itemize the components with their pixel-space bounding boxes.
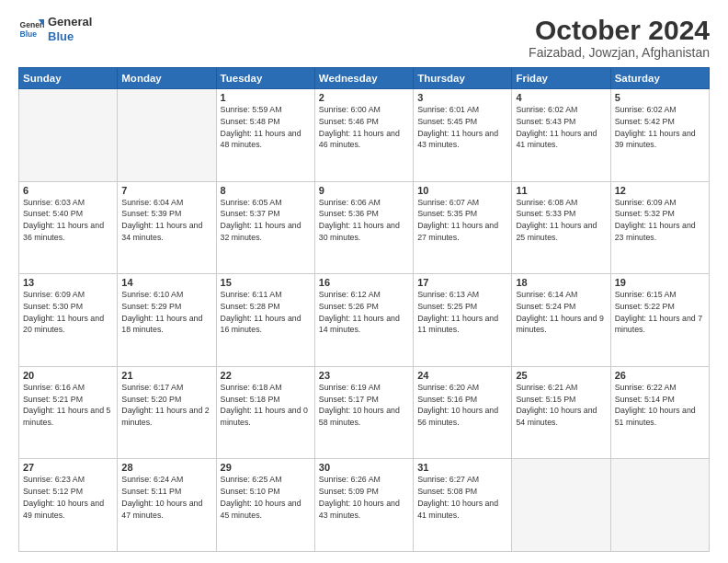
day-info: Sunrise: 6:12 AM Sunset: 5:26 PM Dayligh… bbox=[319, 289, 409, 336]
week-row-1: 6Sunrise: 6:03 AM Sunset: 5:40 PM Daylig… bbox=[19, 181, 710, 274]
day-info: Sunrise: 6:22 AM Sunset: 5:14 PM Dayligh… bbox=[615, 382, 705, 429]
day-cell: 23Sunrise: 6:19 AM Sunset: 5:17 PM Dayli… bbox=[314, 366, 413, 459]
calendar: SundayMondayTuesdayWednesdayThursdayFrid… bbox=[18, 67, 710, 552]
day-info: Sunrise: 6:06 AM Sunset: 5:36 PM Dayligh… bbox=[319, 197, 409, 244]
day-cell: 27Sunrise: 6:23 AM Sunset: 5:12 PM Dayli… bbox=[19, 459, 118, 552]
day-number: 31 bbox=[417, 462, 507, 473]
day-info: Sunrise: 6:07 AM Sunset: 5:35 PM Dayligh… bbox=[417, 197, 507, 244]
logo-line2: Blue bbox=[48, 29, 92, 44]
weekday-tuesday: Tuesday bbox=[216, 68, 314, 89]
day-info: Sunrise: 6:15 AM Sunset: 5:22 PM Dayligh… bbox=[615, 289, 705, 336]
day-cell bbox=[19, 89, 118, 182]
day-info: Sunrise: 6:27 AM Sunset: 5:08 PM Dayligh… bbox=[417, 474, 507, 521]
logo-line1: General bbox=[48, 15, 92, 29]
weekday-thursday: Thursday bbox=[414, 68, 512, 89]
day-cell: 11Sunrise: 6:08 AM Sunset: 5:33 PM Dayli… bbox=[512, 181, 610, 274]
day-cell: 13Sunrise: 6:09 AM Sunset: 5:30 PM Dayli… bbox=[19, 274, 118, 367]
day-number: 1 bbox=[221, 92, 311, 103]
week-row-3: 20Sunrise: 6:16 AM Sunset: 5:21 PM Dayli… bbox=[19, 366, 710, 459]
day-number: 11 bbox=[516, 185, 606, 196]
day-info: Sunrise: 6:17 AM Sunset: 5:20 PM Dayligh… bbox=[121, 382, 211, 429]
day-info: Sunrise: 6:25 AM Sunset: 5:10 PM Dayligh… bbox=[221, 474, 311, 521]
header: General Blue General Blue October 2024 F… bbox=[18, 15, 710, 60]
day-info: Sunrise: 6:21 AM Sunset: 5:15 PM Dayligh… bbox=[516, 382, 606, 429]
day-number: 25 bbox=[516, 370, 606, 381]
day-info: Sunrise: 6:09 AM Sunset: 5:32 PM Dayligh… bbox=[615, 197, 705, 244]
day-cell: 10Sunrise: 6:07 AM Sunset: 5:35 PM Dayli… bbox=[414, 181, 512, 274]
day-number: 13 bbox=[23, 277, 113, 288]
day-number: 24 bbox=[417, 370, 507, 381]
day-cell: 4Sunrise: 6:02 AM Sunset: 5:43 PM Daylig… bbox=[512, 89, 610, 182]
day-cell: 7Sunrise: 6:04 AM Sunset: 5:39 PM Daylig… bbox=[118, 181, 216, 274]
day-cell: 22Sunrise: 6:18 AM Sunset: 5:18 PM Dayli… bbox=[216, 366, 314, 459]
day-info: Sunrise: 6:26 AM Sunset: 5:09 PM Dayligh… bbox=[319, 474, 409, 521]
weekday-header-row: SundayMondayTuesdayWednesdayThursdayFrid… bbox=[19, 68, 710, 89]
day-info: Sunrise: 6:03 AM Sunset: 5:40 PM Dayligh… bbox=[23, 197, 113, 244]
day-cell: 31Sunrise: 6:27 AM Sunset: 5:08 PM Dayli… bbox=[414, 459, 512, 552]
day-number: 9 bbox=[319, 185, 409, 196]
day-cell: 1Sunrise: 5:59 AM Sunset: 5:48 PM Daylig… bbox=[216, 89, 314, 182]
day-number: 23 bbox=[319, 370, 409, 381]
day-info: Sunrise: 6:20 AM Sunset: 5:16 PM Dayligh… bbox=[417, 382, 507, 429]
day-info: Sunrise: 6:01 AM Sunset: 5:45 PM Dayligh… bbox=[417, 104, 507, 151]
day-number: 7 bbox=[121, 185, 211, 196]
day-cell: 21Sunrise: 6:17 AM Sunset: 5:20 PM Dayli… bbox=[118, 366, 216, 459]
day-number: 21 bbox=[121, 370, 211, 381]
day-number: 14 bbox=[121, 277, 211, 288]
month-title: October 2024 bbox=[529, 15, 710, 45]
day-number: 18 bbox=[516, 277, 606, 288]
day-number: 15 bbox=[221, 277, 311, 288]
day-info: Sunrise: 6:16 AM Sunset: 5:21 PM Dayligh… bbox=[23, 382, 113, 429]
day-number: 22 bbox=[221, 370, 311, 381]
day-number: 12 bbox=[615, 185, 705, 196]
day-info: Sunrise: 6:10 AM Sunset: 5:29 PM Dayligh… bbox=[121, 289, 211, 336]
weekday-wednesday: Wednesday bbox=[314, 68, 413, 89]
page: General Blue General Blue October 2024 F… bbox=[0, 0, 728, 563]
day-cell: 9Sunrise: 6:06 AM Sunset: 5:36 PM Daylig… bbox=[314, 181, 413, 274]
logo-text: General Blue bbox=[48, 15, 92, 43]
day-info: Sunrise: 6:05 AM Sunset: 5:37 PM Dayligh… bbox=[221, 197, 311, 244]
day-info: Sunrise: 6:18 AM Sunset: 5:18 PM Dayligh… bbox=[221, 382, 311, 429]
logo-icon: General Blue bbox=[18, 17, 44, 42]
day-number: 20 bbox=[23, 370, 113, 381]
day-cell: 15Sunrise: 6:11 AM Sunset: 5:28 PM Dayli… bbox=[216, 274, 314, 367]
day-cell: 24Sunrise: 6:20 AM Sunset: 5:16 PM Dayli… bbox=[414, 366, 512, 459]
day-cell: 29Sunrise: 6:25 AM Sunset: 5:10 PM Dayli… bbox=[216, 459, 314, 552]
day-cell bbox=[512, 459, 610, 552]
day-number: 27 bbox=[23, 462, 113, 473]
day-number: 5 bbox=[615, 92, 705, 103]
location: Faizabad, Jowzjan, Afghanistan bbox=[529, 45, 710, 60]
svg-text:General: General bbox=[20, 20, 44, 29]
day-cell: 20Sunrise: 6:16 AM Sunset: 5:21 PM Dayli… bbox=[19, 366, 118, 459]
weekday-sunday: Sunday bbox=[19, 68, 118, 89]
day-cell: 6Sunrise: 6:03 AM Sunset: 5:40 PM Daylig… bbox=[19, 181, 118, 274]
day-info: Sunrise: 6:14 AM Sunset: 5:24 PM Dayligh… bbox=[516, 289, 606, 336]
day-cell: 16Sunrise: 6:12 AM Sunset: 5:26 PM Dayli… bbox=[314, 274, 413, 367]
day-cell: 14Sunrise: 6:10 AM Sunset: 5:29 PM Dayli… bbox=[118, 274, 216, 367]
day-number: 26 bbox=[615, 370, 705, 381]
day-cell bbox=[610, 459, 709, 552]
svg-text:Blue: Blue bbox=[20, 29, 38, 38]
day-number: 19 bbox=[615, 277, 705, 288]
day-info: Sunrise: 6:11 AM Sunset: 5:28 PM Dayligh… bbox=[221, 289, 311, 336]
week-row-4: 27Sunrise: 6:23 AM Sunset: 5:12 PM Dayli… bbox=[19, 459, 710, 552]
day-cell: 17Sunrise: 6:13 AM Sunset: 5:25 PM Dayli… bbox=[414, 274, 512, 367]
day-info: Sunrise: 6:09 AM Sunset: 5:30 PM Dayligh… bbox=[23, 289, 113, 336]
day-info: Sunrise: 6:24 AM Sunset: 5:11 PM Dayligh… bbox=[121, 474, 211, 521]
week-row-2: 13Sunrise: 6:09 AM Sunset: 5:30 PM Dayli… bbox=[19, 274, 710, 367]
day-number: 6 bbox=[23, 185, 113, 196]
day-info: Sunrise: 6:04 AM Sunset: 5:39 PM Dayligh… bbox=[121, 197, 211, 244]
day-cell: 2Sunrise: 6:00 AM Sunset: 5:46 PM Daylig… bbox=[314, 89, 413, 182]
day-info: Sunrise: 6:02 AM Sunset: 5:42 PM Dayligh… bbox=[615, 104, 705, 151]
day-info: Sunrise: 6:13 AM Sunset: 5:25 PM Dayligh… bbox=[417, 289, 507, 336]
day-cell: 18Sunrise: 6:14 AM Sunset: 5:24 PM Dayli… bbox=[512, 274, 610, 367]
logo: General Blue General Blue bbox=[18, 15, 92, 43]
day-number: 2 bbox=[319, 92, 409, 103]
day-cell: 3Sunrise: 6:01 AM Sunset: 5:45 PM Daylig… bbox=[414, 89, 512, 182]
title-block: October 2024 Faizabad, Jowzjan, Afghanis… bbox=[529, 15, 710, 60]
day-number: 8 bbox=[221, 185, 311, 196]
day-number: 10 bbox=[417, 185, 507, 196]
day-number: 16 bbox=[319, 277, 409, 288]
day-cell bbox=[118, 89, 216, 182]
day-info: Sunrise: 6:02 AM Sunset: 5:43 PM Dayligh… bbox=[516, 104, 606, 151]
